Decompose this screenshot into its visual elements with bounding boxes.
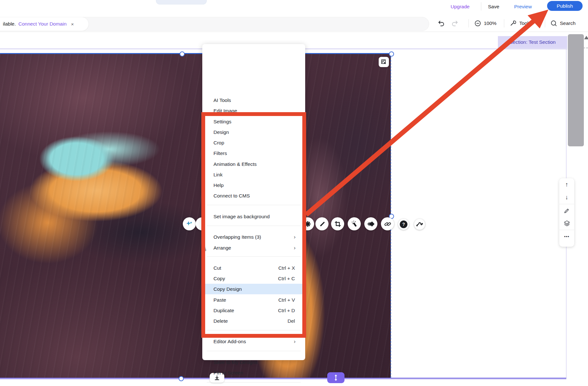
layers-icon [564,220,570,227]
top-tab-remnant [156,0,207,4]
move-down-button[interactable]: ↓ [559,191,574,204]
undo-button[interactable] [438,15,445,32]
zoom-out-icon [474,20,481,27]
brush-icon [319,220,326,228]
search-button[interactable]: Search [550,15,576,32]
adjust-button[interactable] [348,217,361,230]
resize-handle-top[interactable] [180,51,185,57]
selection-top-border [0,53,391,54]
filters-button[interactable] [315,217,329,230]
link-button[interactable] [381,217,394,230]
menu-item-pin-to-screen[interactable]: Pin to Screen [202,367,305,378]
stretch-image-button[interactable] [379,57,389,67]
chevron-right-icon: › [294,338,296,345]
zoom-level: 100% [484,20,497,26]
menu-divider [207,351,301,351]
menu-item-save-to-my-designs[interactable]: Save to My Designs [202,357,305,367]
close-icon[interactable]: × [71,21,74,27]
menu-divider [207,382,301,382]
redo-icon [451,20,458,27]
move-up-button[interactable]: ↑ [559,178,574,191]
ai-actions-button[interactable] [183,217,196,230]
more-options-button[interactable]: ••• [559,230,574,243]
magic-wand-icon [351,220,358,228]
toolbar-divider [504,19,504,27]
topbar-divider [481,2,481,11]
top-bar: Upgrade Save Preview Publish [0,0,588,15]
tools-button[interactable]: Tools [510,15,531,32]
redo-button[interactable] [451,15,458,32]
connect-domain-link[interactable]: Connect Your Domain [19,21,67,27]
stretch-image-icon [381,59,387,65]
crop-button[interactable] [331,217,344,230]
preview-button[interactable]: Preview [514,4,532,10]
menu-item-ai-tools[interactable]: AI Tools [202,95,305,105]
ai-sparkle-icon [186,220,193,228]
wrench-icon [510,20,517,27]
undo-icon [438,20,445,27]
element-side-panel: ↑ ↓ ••• [559,178,574,247]
search-icon [550,20,557,27]
domain-message-fragment: ilable. [3,21,16,27]
annotation-highlight-rectangle [201,112,306,338]
vertical-resize-icon [333,374,339,382]
animation-diamond-icon [367,220,375,228]
pencil-icon [564,208,570,214]
help-icon: ? [399,220,408,228]
tools-label: Tools [519,20,531,26]
crop-icon [334,220,341,228]
domain-notification-pill: ilable. Connect Your Domain × [0,17,89,31]
svg-text:?: ? [402,222,405,227]
link-icon [384,220,391,228]
toolbar-divider [545,19,545,27]
canyon-image[interactable] [0,53,391,378]
section-name-badge[interactable]: Section: Test Section [498,36,567,48]
resize-section-button[interactable] [327,372,344,383]
editor-toolbar: ilable. Connect Your Domain × 100% Tools [0,15,588,32]
animation-button[interactable] [364,217,377,230]
connections-button[interactable] [414,219,425,230]
scrollbar-up-arrow-icon[interactable] [584,36,588,39]
edit-pencil-button[interactable] [559,204,574,217]
save-button[interactable]: Save [488,4,499,10]
search-label: Search [560,20,576,26]
scrollbar-thumb[interactable] [568,34,584,146]
toolbar-divider [468,19,469,27]
resize-handle-top-right[interactable] [389,51,394,57]
publish-button[interactable]: Publish [547,1,583,11]
zoom-control[interactable]: 100% [474,15,497,32]
squiggle-icon [416,220,423,228]
resize-handle-bottom[interactable] [179,376,184,381]
section-bottom-glow [0,379,566,380]
help-button[interactable]: ? [398,219,409,230]
layers-button[interactable] [559,217,574,230]
upgrade-link[interactable]: Upgrade [451,4,469,10]
